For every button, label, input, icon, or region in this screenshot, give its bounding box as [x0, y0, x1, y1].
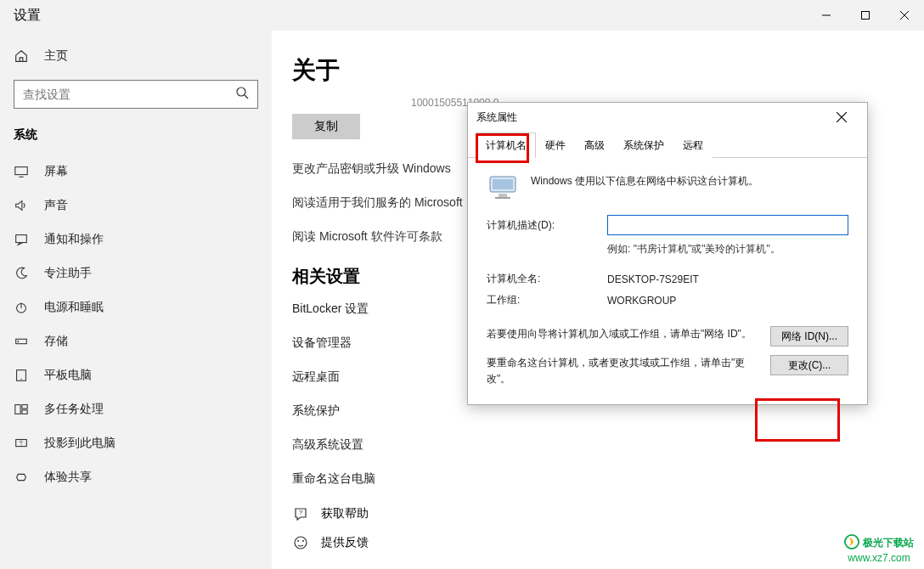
sidebar: 主页 系统 屏幕 声音 通知和操作 专注助手	[0, 31, 272, 569]
svg-point-6	[18, 341, 20, 342]
svg-point-16	[302, 540, 304, 542]
window-controls	[807, 0, 924, 31]
sidebar-item-label: 电源和睡眠	[44, 300, 104, 315]
workgroup-label: 工作组:	[487, 293, 607, 307]
sidebar-item-multitask[interactable]: 多任务处理	[0, 392, 272, 426]
multitask-icon	[14, 402, 29, 417]
sidebar-item-home[interactable]: 主页	[0, 39, 272, 73]
svg-rect-3	[16, 235, 27, 243]
copy-button[interactable]: 复制	[292, 114, 360, 139]
feedback-icon	[292, 534, 309, 551]
svg-point-8	[20, 379, 21, 380]
storage-icon	[14, 334, 29, 349]
sidebar-group-title: 系统	[0, 127, 272, 143]
dialog-info-text: Windows 使用以下信息在网络中标识这台计算机。	[531, 173, 758, 189]
search-input[interactable]	[23, 87, 235, 101]
computer-description-hint: 例如: "书房计算机"或"美玲的计算机"。	[607, 242, 848, 256]
sidebar-item-label: 体验共享	[44, 470, 92, 485]
sidebar-item-tablet[interactable]: 平板电脑	[0, 358, 272, 392]
dialog-close-button[interactable]	[825, 105, 859, 129]
display-icon	[14, 164, 29, 179]
change-button[interactable]: 更改(C)...	[770, 355, 848, 375]
network-id-text: 若要使用向导将计算机加入域或工作组，请单击"网络 ID"。	[487, 326, 770, 346]
help-label: 获取帮助	[321, 506, 369, 521]
tab-hardware[interactable]: 硬件	[536, 132, 575, 158]
sidebar-item-notifications[interactable]: 通知和操作	[0, 223, 272, 256]
help-icon: ?	[292, 505, 309, 522]
full-computer-name-label: 计算机全名:	[487, 272, 607, 286]
svg-rect-19	[499, 194, 507, 197]
dialog-titlebar: 系统属性	[468, 103, 867, 132]
power-icon	[14, 300, 29, 315]
titlebar: 设置	[0, 0, 924, 31]
link-get-help[interactable]: ? 获取帮助	[292, 505, 904, 522]
computer-icon	[487, 173, 519, 203]
svg-rect-18	[493, 179, 513, 189]
sidebar-item-label: 多任务处理	[44, 402, 104, 417]
projection-icon	[14, 436, 29, 451]
tablet-icon	[14, 368, 29, 383]
svg-rect-0	[862, 12, 870, 20]
sidebar-item-display[interactable]: 屏幕	[0, 155, 272, 189]
svg-rect-2	[15, 167, 27, 175]
link-rename-pc[interactable]: 重命名这台电脑	[292, 471, 904, 487]
svg-rect-9	[15, 405, 20, 414]
page-title: 关于	[292, 54, 904, 87]
sidebar-item-label: 屏幕	[44, 164, 68, 179]
watermark-name: 极光下载站	[863, 536, 914, 550]
window-title: 设置	[14, 7, 41, 25]
tab-computer-name[interactable]: 计算机名	[476, 132, 536, 158]
watermark-url: www.xz7.com	[848, 552, 910, 564]
svg-rect-20	[495, 197, 510, 199]
moon-icon	[14, 266, 29, 281]
svg-point-15	[297, 540, 299, 542]
feedback-label: 提供反馈	[321, 535, 369, 550]
sidebar-item-share[interactable]: 体验共享	[0, 460, 272, 494]
tab-remote[interactable]: 远程	[673, 132, 713, 158]
change-text: 要重命名这台计算机，或者更改其域或工作组，请单击"更改"。	[487, 355, 770, 387]
search-icon	[235, 86, 249, 103]
watermark: 极光下载站 www.xz7.com	[844, 534, 914, 564]
tab-advanced[interactable]: 高级	[575, 132, 614, 158]
sidebar-item-label: 主页	[44, 48, 68, 64]
network-id-button[interactable]: 网络 ID(N)...	[770, 326, 848, 346]
dialog-title: 系统属性	[476, 110, 517, 125]
sidebar-item-label: 专注助手	[44, 266, 92, 281]
computer-description-input[interactable]	[607, 215, 848, 235]
tab-system-protection[interactable]: 系统保护	[614, 132, 673, 158]
sound-icon	[14, 198, 29, 213]
svg-text:?: ?	[299, 509, 303, 516]
computer-description-label: 计算机描述(D):	[487, 218, 607, 233]
sidebar-item-label: 通知和操作	[44, 232, 104, 247]
svg-rect-11	[22, 410, 27, 414]
sidebar-item-power[interactable]: 电源和睡眠	[0, 290, 272, 324]
svg-point-1	[237, 87, 245, 96]
watermark-logo-icon	[844, 534, 859, 552]
dialog-tabs: 计算机名 硬件 高级 系统保护 远程	[468, 132, 867, 158]
share-icon	[14, 470, 29, 485]
sidebar-item-label: 平板电脑	[44, 368, 92, 383]
sidebar-item-label: 声音	[44, 198, 68, 213]
link-system-protection[interactable]: 系统保护	[292, 403, 904, 419]
minimize-button[interactable]	[807, 0, 846, 31]
sidebar-item-projection[interactable]: 投影到此电脑	[0, 426, 272, 460]
home-icon	[14, 48, 29, 64]
sidebar-item-sound[interactable]: 声音	[0, 189, 272, 223]
close-button[interactable]	[885, 0, 924, 31]
sidebar-item-storage[interactable]: 存储	[0, 324, 272, 358]
svg-rect-10	[22, 405, 27, 409]
search-box[interactable]	[14, 80, 258, 109]
sidebar-item-label: 存储	[44, 334, 68, 349]
workgroup-value: WORKGROUP	[607, 295, 848, 307]
sidebar-item-focus[interactable]: 专注助手	[0, 256, 272, 290]
link-advanced-settings[interactable]: 高级系统设置	[292, 437, 904, 453]
notification-icon	[14, 232, 29, 247]
sidebar-item-label: 投影到此电脑	[44, 436, 116, 451]
full-computer-name-value: DESKTOP-7S29EIT	[607, 273, 848, 285]
system-properties-dialog: 系统属性 计算机名 硬件 高级 系统保护 远程 Windows 使用以下信息在网…	[467, 102, 868, 405]
svg-point-14	[295, 537, 307, 549]
maximize-button[interactable]	[846, 0, 885, 31]
link-feedback[interactable]: 提供反馈	[292, 534, 904, 551]
